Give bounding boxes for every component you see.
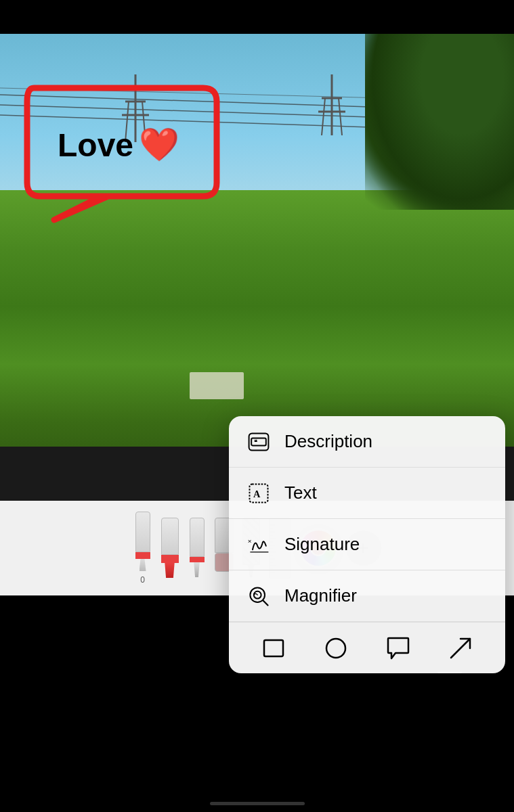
pen2-upper	[161, 518, 179, 555]
text-icon: A	[245, 480, 272, 507]
svg-text:×: ×	[248, 537, 252, 545]
status-bar	[0, 0, 514, 34]
description-label: Description	[284, 431, 372, 452]
photo-background: Love ❤️	[0, 34, 514, 480]
svg-line-22	[263, 600, 267, 605]
svg-rect-23	[264, 640, 283, 656]
pen2-tip	[164, 563, 176, 578]
description-icon: ❝	[245, 428, 272, 455]
photo-area: Love ❤️	[0, 34, 514, 480]
menu-item-text[interactable]: A Text	[229, 468, 505, 519]
circle-shape[interactable]	[320, 632, 352, 664]
annotation-text: Love	[58, 127, 133, 164]
pen3-tip	[193, 562, 201, 577]
pen3-upper	[190, 518, 205, 557]
pen-tool-1[interactable]: 0	[133, 512, 152, 585]
annotation-emoji: ❤️	[139, 126, 179, 164]
popup-tail	[437, 672, 462, 673]
popup-menu: ❝ Description A Text × Signature	[229, 416, 505, 673]
arrow-shape[interactable]	[444, 632, 477, 664]
pen2-band	[161, 555, 179, 563]
svg-text:A: A	[253, 489, 261, 499]
magnifier-label: Magnifier	[284, 585, 357, 606]
svg-text:❝: ❝	[254, 438, 257, 445]
signature-label: Signature	[284, 534, 360, 555]
pen1-upper	[135, 512, 150, 552]
pen1-tip	[140, 559, 146, 571]
svg-line-13	[339, 98, 342, 135]
pen-tool-3[interactable]	[188, 518, 207, 579]
trees-decoration	[365, 34, 514, 210]
home-indicator	[210, 802, 305, 805]
pen1-label: 0	[140, 575, 145, 585]
svg-line-25	[451, 639, 470, 658]
pen1-band	[135, 552, 150, 559]
speech-bubble-annotation: Love ❤️	[14, 74, 223, 223]
svg-line-12	[322, 98, 325, 135]
text-label: Text	[284, 482, 317, 503]
pen3-band	[190, 557, 205, 562]
shapes-row	[229, 622, 505, 673]
rectangle-shape[interactable]	[257, 632, 290, 664]
menu-item-signature[interactable]: × Signature	[229, 519, 505, 570]
tent-decoration	[190, 372, 244, 399]
signature-icon: ×	[245, 531, 272, 558]
menu-item-description[interactable]: ❝ Description	[229, 416, 505, 468]
magnifier-icon	[245, 583, 272, 610]
menu-item-magnifier[interactable]: Magnifier	[229, 570, 505, 622]
pen-tool-2[interactable]	[160, 518, 179, 579]
speech-bubble-shape[interactable]	[382, 632, 414, 664]
svg-point-24	[326, 639, 345, 658]
